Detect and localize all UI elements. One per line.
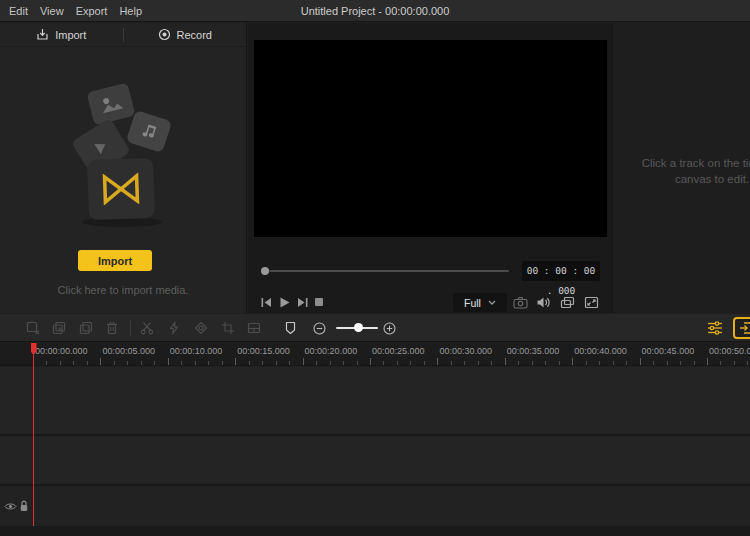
ruler-timestamp: 00:00:00.000: [35, 346, 88, 356]
ruler-timestamp: 00:00:45.000: [642, 346, 695, 356]
delete-button[interactable]: [103, 319, 121, 337]
ruler-timestamp: 00:00:35.000: [507, 346, 560, 356]
import-media-illustration[interactable]: [52, 75, 197, 235]
audio-mixer-button[interactable]: [706, 319, 724, 337]
playhead[interactable]: [33, 343, 34, 526]
menu-view[interactable]: View: [40, 5, 64, 17]
marker-button[interactable]: [281, 319, 299, 337]
video-preview-canvas[interactable]: [254, 40, 607, 237]
seek-handle[interactable]: [261, 267, 269, 275]
preview-zoom-value: Full: [464, 297, 481, 309]
timeline-bottom-strip: [0, 526, 750, 536]
menu-items: Edit View Export Help: [9, 0, 142, 22]
menu-help[interactable]: Help: [119, 5, 142, 17]
preview-panel: 00 : 00 : 00 . 000 Full: [248, 23, 613, 313]
record-icon: [158, 28, 171, 41]
tab-record-label: Record: [177, 29, 212, 41]
crop-button[interactable]: [219, 319, 237, 337]
menu-export[interactable]: Export: [76, 5, 108, 17]
speed-button[interactable]: [165, 319, 183, 337]
timeline-toolbar: [0, 314, 750, 342]
next-frame-button[interactable]: [294, 294, 310, 310]
picture-in-picture-button[interactable]: [559, 294, 575, 310]
chevron-down-icon: [488, 300, 496, 305]
menu-bar: Edit View Export Help Untitled Project -…: [0, 0, 750, 22]
fit-timeline-button[interactable]: [733, 317, 750, 339]
filmora-logo-box: [87, 158, 155, 220]
fullscreen-button[interactable]: [583, 294, 599, 310]
keyframe-button[interactable]: [192, 319, 210, 337]
volume-button[interactable]: [535, 294, 551, 310]
tab-import-label: Import: [55, 29, 86, 41]
timeline-track-audio[interactable]: [0, 486, 750, 526]
media-panel: Import Record: [0, 23, 247, 313]
media-tabbar: Import Record: [0, 23, 246, 47]
import-button[interactable]: Import: [78, 250, 152, 271]
timecode-display: 00 : 00 : 00 . 000: [522, 261, 600, 281]
properties-panel: Click a track on the timeline canvas to …: [614, 23, 750, 313]
ruler-timestamp: 00:00:05.000: [102, 346, 155, 356]
tab-record[interactable]: Record: [124, 23, 247, 46]
ruler-timestamp: 00:00:50.000: [709, 346, 750, 356]
ruler-timestamp: 00:00:10.000: [170, 346, 223, 356]
tab-import[interactable]: Import: [0, 23, 123, 46]
track-lock-icon[interactable]: [17, 499, 31, 513]
timeline-ruler[interactable]: 00:00:00.00000:00:05.00000:00:10.00000:0…: [0, 343, 750, 366]
ruler-timestamp: 00:00:25.000: [372, 346, 425, 356]
import-hint-text: Click here to import media.: [0, 284, 246, 296]
properties-placeholder-text: Click a track on the timeline canvas to …: [630, 155, 750, 187]
green-screen-button[interactable]: [245, 319, 263, 337]
ruler-timestamp: 00:00:20.000: [305, 346, 358, 356]
zoom-out-button[interactable]: [310, 319, 328, 337]
timeline-track-2[interactable]: [0, 436, 750, 484]
toolbar-separator: [130, 320, 131, 336]
stop-button[interactable]: [311, 294, 327, 310]
select-clip-button[interactable]: [24, 319, 42, 337]
music-card-icon: [126, 110, 172, 153]
split-button[interactable]: [138, 319, 156, 337]
snapshot-camera-button[interactable]: [512, 294, 528, 310]
playback-controls: Full: [248, 291, 612, 313]
zoom-in-button[interactable]: [380, 319, 398, 337]
copy-button[interactable]: [50, 319, 68, 337]
timeline-zoom-slider-thumb[interactable]: [354, 323, 363, 332]
ruler-timestamp: 00:00:15.000: [237, 346, 290, 356]
preview-zoom-select[interactable]: Full: [453, 293, 507, 312]
timeline-track-video[interactable]: [0, 367, 750, 434]
photo-card-icon: [87, 82, 136, 125]
paste-button[interactable]: [77, 319, 95, 337]
filmora-bowtie-logo: [100, 172, 141, 205]
import-tray-icon: [36, 28, 49, 41]
play-button[interactable]: [276, 294, 292, 310]
ruler-timestamp: 00:00:30.000: [439, 346, 492, 356]
previous-frame-button[interactable]: [258, 294, 274, 310]
seek-track[interactable]: [269, 270, 509, 272]
track-visibility-eye-icon[interactable]: [3, 499, 17, 513]
ruler-timestamp: 00:00:40.000: [574, 346, 627, 356]
menu-edit[interactable]: Edit: [9, 5, 28, 17]
